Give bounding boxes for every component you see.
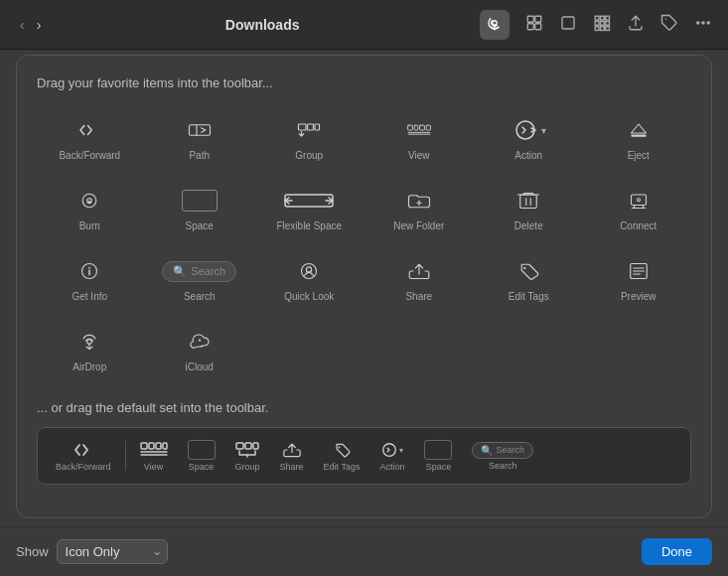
window-title: Downloads	[57, 17, 468, 33]
airdrop-icon[interactable]	[480, 10, 510, 40]
share-icon	[407, 255, 431, 287]
dt-action-icon: ▾	[380, 440, 403, 460]
new-folder-icon	[407, 185, 431, 216]
svg-point-55	[523, 267, 525, 269]
dt-back-forward[interactable]: Back/Forward	[50, 436, 117, 476]
dt-space-1-icon	[188, 440, 216, 460]
svg-point-61	[199, 339, 201, 341]
item-eject[interactable]: Eject	[586, 106, 692, 169]
item-connect[interactable]: Connect	[586, 177, 692, 239]
share-toolbar-icon[interactable]	[627, 14, 645, 36]
dt-group[interactable]: Group	[229, 436, 266, 476]
view-items-icon	[407, 114, 431, 146]
more-toolbar-icon[interactable]	[694, 14, 712, 36]
dt-view[interactable]: View	[134, 436, 174, 476]
dt-separator-1	[125, 441, 126, 471]
item-flexible-space[interactable]: Flexible Space	[256, 177, 363, 239]
dt-action[interactable]: ▾ Action	[373, 436, 410, 476]
item-quick-look[interactable]: Quick Look	[256, 247, 363, 310]
item-delete[interactable]: Delete	[476, 177, 582, 239]
svg-rect-69	[245, 443, 251, 449]
forward-arrow[interactable]: ›	[33, 15, 46, 35]
dt-space-1[interactable]: Space	[182, 436, 221, 476]
done-button[interactable]: Done	[642, 538, 712, 565]
svg-rect-45	[631, 195, 646, 206]
item-delete-label: Delete	[514, 220, 543, 231]
svg-rect-4	[535, 23, 541, 29]
svg-rect-11	[606, 21, 610, 25]
svg-rect-28	[419, 125, 424, 130]
customize-toolbar-dialog: Drag your favorite items into the toolba…	[16, 55, 712, 518]
item-group[interactable]: Group	[256, 106, 363, 169]
dt-search-icon: 🔍 Search	[472, 442, 533, 459]
item-view[interactable]: View	[366, 106, 473, 169]
item-new-folder[interactable]: New Folder	[366, 177, 473, 239]
dt-share-icon	[283, 440, 301, 460]
svg-rect-23	[315, 124, 320, 130]
back-arrow[interactable]: ‹	[16, 15, 29, 35]
item-airdrop[interactable]: AirDrop	[37, 318, 143, 380]
svg-rect-27	[414, 125, 418, 130]
window-icon[interactable]	[559, 14, 577, 36]
show-label: Show	[16, 544, 49, 559]
group-icon	[297, 114, 321, 146]
item-quick-look-label: Quick Look	[284, 291, 334, 302]
svg-rect-70	[253, 443, 258, 449]
dt-search-label: Search	[489, 461, 517, 471]
item-path[interactable]: Path	[147, 106, 253, 169]
svg-rect-5	[562, 17, 574, 29]
svg-point-16	[702, 21, 704, 23]
item-view-label: View	[408, 150, 430, 161]
dt-back-forward-label: Back/Forward	[56, 462, 111, 472]
item-get-info[interactable]: Get Info	[37, 247, 143, 310]
nav-arrows: ‹ ›	[16, 15, 45, 35]
tag-toolbar-icon[interactable]	[660, 14, 678, 36]
item-action[interactable]: ▾ Action	[476, 106, 582, 169]
dt-search[interactable]: 🔍 Search Search	[466, 438, 539, 475]
drag-hint: Drag your favorite items into the toolba…	[37, 75, 691, 90]
item-get-info-label: Get Info	[72, 291, 107, 302]
item-preview[interactable]: Preview	[586, 247, 692, 310]
item-back-forward[interactable]: Back/Forward	[37, 106, 143, 169]
dt-back-forward-icon	[73, 440, 94, 460]
show-select-wrapper[interactable]: Icon Only Icon and Text Text Only	[57, 539, 168, 564]
svg-point-54	[307, 267, 312, 272]
svg-rect-29	[426, 125, 430, 130]
dt-edit-tags-label: Edit Tags	[324, 462, 361, 472]
dt-group-icon	[235, 440, 259, 460]
dt-space-2[interactable]: Space	[418, 436, 458, 476]
item-space[interactable]: Space	[147, 177, 253, 239]
svg-rect-1	[527, 16, 533, 22]
svg-rect-6	[595, 16, 599, 20]
dt-group-label: Group	[235, 462, 260, 472]
item-share[interactable]: Share	[366, 247, 473, 310]
top-bar: ‹ › Downloads	[0, 0, 728, 50]
dt-space-1-label: Space	[189, 462, 215, 472]
item-icloud[interactable]: iCloud	[147, 318, 253, 380]
show-select[interactable]: Icon Only Icon and Text Text Only	[57, 539, 168, 564]
dt-space-2-icon	[424, 440, 452, 460]
item-search-label: Search	[184, 291, 216, 302]
view-icon[interactable]	[525, 14, 543, 36]
item-connect-label: Connect	[620, 220, 656, 231]
item-burn[interactable]: Burn	[37, 177, 143, 239]
svg-rect-3	[527, 23, 533, 29]
dt-edit-tags[interactable]: Edit Tags	[318, 436, 366, 476]
path-icon	[188, 114, 212, 146]
delete-icon	[516, 185, 540, 216]
toolbar-items-grid: Back/Forward Path	[37, 106, 691, 380]
airdrop-item-icon	[77, 326, 101, 358]
icloud-icon	[188, 326, 212, 358]
svg-rect-13	[601, 26, 605, 30]
get-info-icon	[77, 255, 101, 287]
dt-share[interactable]: Share	[274, 436, 310, 476]
svg-rect-62	[141, 443, 147, 449]
flexible-space-icon	[284, 185, 334, 216]
item-flexible-space-label: Flexible Space	[276, 220, 342, 231]
svg-rect-19	[189, 125, 210, 136]
item-edit-tags-label: Edit Tags	[509, 291, 549, 302]
item-search[interactable]: 🔍 Search Search	[147, 247, 253, 310]
grid-icon[interactable]	[593, 14, 611, 36]
svg-rect-12	[595, 26, 599, 30]
item-edit-tags[interactable]: Edit Tags	[476, 247, 582, 310]
